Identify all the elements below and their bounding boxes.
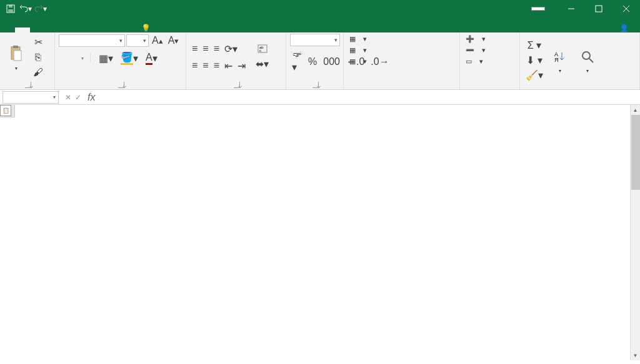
cell-styles-icon: ▦ (349, 57, 356, 66)
fx-icon[interactable]: fx (85, 92, 98, 103)
svg-rect-2 (8, 9, 13, 12)
sort-filter-button[interactable]: AЯ ▾ (548, 46, 572, 75)
paste-icon (6, 43, 26, 63)
svg-line-16 (589, 59, 593, 62)
font-name-combo[interactable] (59, 34, 125, 47)
tab-home[interactable] (15, 27, 30, 32)
delete-cells-icon: ➖ (466, 46, 474, 54)
fill-icon[interactable]: ⬇ ▾ (524, 53, 545, 67)
insert-cells-icon: ➕ (466, 35, 474, 43)
align-top-icon[interactable]: ≡ (190, 42, 199, 56)
italic-button[interactable] (66, 57, 70, 59)
cond-format-icon: ▦ (349, 35, 356, 43)
increase-font-icon[interactable]: A▴ (150, 34, 165, 47)
lightbulb-icon: 💡 (141, 24, 151, 32)
copy-icon[interactable]: ⎘ (31, 51, 45, 64)
font-color-icon[interactable]: A▾ (144, 51, 159, 66)
tab-formulas[interactable] (60, 27, 75, 32)
currency-icon[interactable]: 🖙▾ (290, 49, 304, 74)
indent-increase-icon[interactable]: ⇥ (236, 59, 248, 73)
tab-view[interactable] (105, 27, 120, 32)
svg-text:c: c (259, 49, 261, 52)
align-center-icon[interactable]: ≡ (201, 59, 210, 72)
enter-formula-icon[interactable]: ✓ (75, 93, 81, 102)
login-button[interactable] (531, 7, 545, 11)
svg-rect-9 (14, 51, 21, 61)
clipboard-dialog-launcher[interactable] (25, 82, 31, 88)
sort-filter-icon: AЯ (550, 47, 570, 67)
maximize-icon[interactable] (585, 0, 612, 17)
number-format-combo[interactable] (290, 34, 340, 46)
paste-button[interactable]: ▾ (4, 42, 29, 72)
align-left-icon[interactable]: ≡ (190, 59, 199, 72)
align-middle-icon[interactable]: ≡ (201, 42, 210, 56)
share-button[interactable]: 👤 (611, 24, 640, 32)
format-cells-button[interactable]: ▭ ▾ (464, 56, 485, 67)
tell-me-search[interactable]: 💡 (135, 24, 611, 32)
cut-icon[interactable]: ✂ (31, 35, 45, 49)
alignment-dialog-launcher[interactable] (234, 82, 240, 88)
format-cells-icon: ▭ (466, 57, 472, 66)
tab-review[interactable] (90, 27, 105, 32)
svg-rect-8 (13, 46, 18, 48)
merge-cells-icon[interactable]: ⬌▾ (254, 57, 271, 71)
insert-cells-button[interactable]: ➕ ▾ (464, 34, 488, 44)
redo-icon[interactable]: ▾ (34, 2, 48, 16)
font-dialog-launcher[interactable] (118, 82, 124, 88)
scroll-down-icon[interactable]: ▼ (631, 350, 640, 360)
scroll-thumb[interactable] (631, 115, 640, 190)
save-icon[interactable] (4, 2, 18, 16)
decrease-font-icon[interactable]: A▾ (166, 34, 181, 47)
format-painter-icon[interactable]: 🖌 (31, 66, 45, 79)
paste-options-icon[interactable]: 📋 (0, 105, 11, 116)
orientation-icon[interactable]: ⟳▾ (222, 42, 239, 56)
undo-icon[interactable]: ▾ (19, 2, 32, 16)
delete-cells-button[interactable]: ➖ ▾ (464, 45, 488, 56)
scroll-up-icon[interactable]: ▲ (631, 105, 640, 115)
wrap-text-icon[interactable]: abc (254, 43, 271, 54)
tab-file[interactable] (0, 27, 15, 32)
cell-styles-button[interactable]: ▦ ▾ (348, 56, 369, 67)
svg-text:Я: Я (554, 57, 559, 63)
vertical-scrollbar[interactable]: ▲ ▼ (630, 105, 640, 360)
autosum-icon[interactable]: Σ ▾ (524, 38, 545, 52)
find-select-button[interactable]: ▾ (575, 46, 600, 75)
tab-insert[interactable] (30, 27, 45, 32)
cancel-formula-icon[interactable]: ✕ (65, 93, 71, 102)
align-bottom-icon[interactable]: ≡ (212, 42, 221, 56)
percent-icon[interactable]: % (306, 55, 319, 69)
svg-point-15 (582, 52, 590, 59)
svg-rect-1 (9, 5, 12, 7)
number-dialog-launcher[interactable] (312, 82, 319, 88)
table-format-icon: ▦ (349, 46, 356, 54)
indent-decrease-icon[interactable]: ⇤ (222, 59, 234, 73)
align-right-icon[interactable]: ≡ (212, 59, 221, 72)
name-box[interactable]: ▾ (2, 91, 59, 104)
minimize-icon[interactable] (558, 0, 585, 17)
tab-data[interactable] (75, 27, 90, 32)
tab-layout[interactable] (45, 27, 60, 32)
borders-icon[interactable]: ▦▾ (97, 51, 115, 66)
font-size-combo[interactable] (126, 34, 149, 47)
svg-rect-4 (596, 6, 602, 12)
comma-icon[interactable]: 000 (321, 55, 342, 69)
fill-color-icon[interactable]: 🪣▾ (119, 50, 140, 66)
tab-help[interactable] (120, 27, 135, 32)
share-icon: 👤 (619, 24, 629, 32)
format-as-table-button[interactable]: ▦ ▾ (348, 45, 369, 56)
clear-icon[interactable]: 🧹▾ (524, 68, 545, 82)
find-icon (578, 47, 598, 67)
underline-button[interactable] (74, 57, 78, 59)
conditional-formatting-button[interactable]: ▦ ▾ (348, 34, 369, 44)
close-icon[interactable] (612, 0, 640, 17)
bold-button[interactable] (59, 57, 62, 59)
